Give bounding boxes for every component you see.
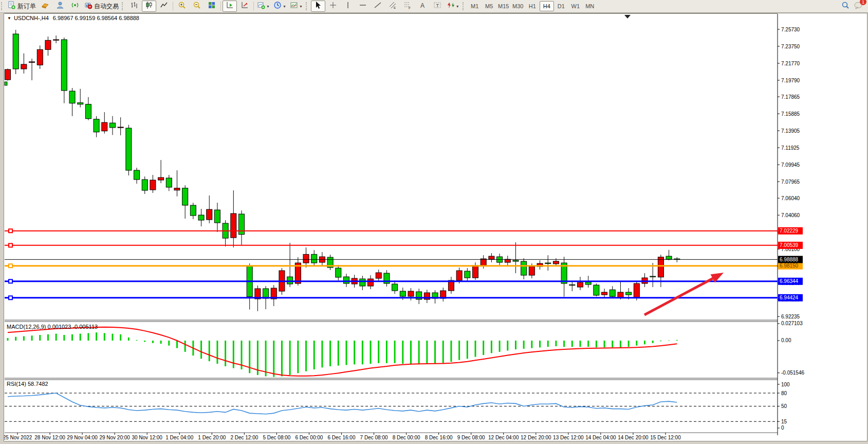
timeframe-h1-button[interactable]: H1: [525, 1, 540, 11]
timeframe-w1-button[interactable]: W1: [568, 1, 583, 11]
svg-text:8 Dec 16:00: 8 Dec 16:00: [425, 435, 453, 440]
svg-text:1 Dec 20:00: 1 Dec 20:00: [198, 435, 226, 440]
templates-button[interactable]: ▼: [288, 1, 304, 12]
timeframe-d1-button[interactable]: D1: [554, 1, 568, 11]
chat-button[interactable]: 1: [854, 1, 863, 11]
cursor-button[interactable]: [311, 1, 325, 12]
svg-text:7.11925: 7.11925: [781, 145, 800, 151]
chevron-down-icon: ▼: [299, 5, 303, 8]
collapse-arrow-icon[interactable]: ▼: [7, 16, 11, 21]
timeframe-m1-button[interactable]: M1: [468, 1, 482, 11]
svg-text:50: 50: [781, 403, 787, 409]
signals-button[interactable]: [68, 1, 82, 12]
svg-text:12 Dec 04:00: 12 Dec 04:00: [488, 435, 519, 440]
template-icon: [290, 1, 298, 11]
chart-shift-button[interactable]: [223, 1, 237, 12]
svg-text:7.19790: 7.19790: [781, 78, 800, 83]
new-chart-button[interactable]: ▼: [255, 1, 271, 12]
toolbar-drag-handle[interactable]: [1, 2, 5, 10]
svg-text:E: E: [394, 6, 396, 9]
timeframe-h4-button[interactable]: H4: [540, 1, 554, 11]
chevron-down-icon: ▼: [283, 5, 286, 8]
toolbar-drag-handle[interactable]: [122, 2, 125, 10]
line-chart-icon: [160, 1, 168, 11]
svg-text:7.02229: 7.02229: [780, 228, 799, 234]
svg-text:0.00: 0.00: [781, 338, 791, 343]
crosshair-button[interactable]: [326, 1, 340, 12]
zoom-in-icon: [178, 1, 186, 11]
text-label-button[interactable]: T: [430, 1, 445, 12]
svg-text:9 Dec 08:00: 9 Dec 08:00: [457, 435, 485, 440]
person-icon: [56, 1, 64, 11]
svg-text:F: F: [409, 6, 411, 10]
svg-text:6 Dec 00:00: 6 Dec 00:00: [295, 435, 323, 440]
svg-text:6.94424: 6.94424: [780, 295, 799, 300]
svg-text:7.07965: 7.07965: [781, 179, 800, 185]
timeframe-toolbar: M1M5M15M30H1H4D1W1MN: [468, 1, 597, 11]
signal-icon: [71, 1, 79, 11]
svg-text:25 Nov 2022: 25 Nov 2022: [4, 435, 32, 440]
community-button[interactable]: [53, 1, 67, 12]
toolbar-drag-handle[interactable]: [463, 2, 466, 10]
trendline-button[interactable]: [371, 1, 385, 12]
tile-windows-icon: [208, 1, 216, 11]
tile-windows-button[interactable]: [205, 1, 219, 12]
clock-icon: [273, 1, 282, 11]
timeframe-m15-button[interactable]: M15: [496, 1, 511, 11]
svg-text:6 Dec 16:00: 6 Dec 16:00: [328, 435, 356, 440]
auto-scroll-button[interactable]: [237, 1, 252, 12]
svg-text:7.23750: 7.23750: [781, 44, 800, 49]
fibonacci-icon: F: [403, 1, 412, 11]
channel-icon: E: [389, 1, 397, 11]
vertical-line-button[interactable]: [341, 1, 355, 12]
svg-text:1 Dec 04:00: 1 Dec 04:00: [165, 435, 193, 440]
auto-trading-icon: [84, 1, 93, 11]
svg-text:6.98150: 6.98150: [780, 263, 799, 269]
arrows-button[interactable]: ▼: [445, 1, 461, 12]
bar-chart-button[interactable]: [127, 1, 141, 12]
svg-text:A: A: [420, 2, 424, 9]
periods-button[interactable]: ▼: [272, 1, 288, 12]
zoom-out-button[interactable]: [190, 1, 204, 12]
horizontal-line-button[interactable]: [356, 1, 370, 12]
toolbar-drag-handle[interactable]: [306, 2, 309, 10]
text-button[interactable]: A: [415, 1, 430, 12]
svg-text:7.13905: 7.13905: [781, 128, 800, 134]
svg-text:30 Nov 12:00: 30 Nov 12:00: [132, 435, 162, 440]
svg-text:T: T: [436, 3, 439, 8]
arrow-objects-icon: [447, 1, 455, 11]
candlestick-chart-button[interactable]: [142, 1, 156, 12]
svg-text:0: 0: [781, 425, 784, 431]
timeframe-mn-button[interactable]: MN: [583, 1, 597, 11]
market-icon: [41, 1, 49, 11]
new-order-icon: [8, 1, 16, 11]
channel-button[interactable]: E: [385, 1, 400, 12]
chart-canvas[interactable]: 7.257307.237507.217707.197907.178657.158…: [4, 13, 867, 441]
svg-text:12 Dec 20:00: 12 Dec 20:00: [521, 435, 551, 440]
bar-chart-icon: [130, 1, 138, 11]
svg-text:7.25730: 7.25730: [781, 27, 800, 32]
line-chart-button[interactable]: [157, 1, 171, 12]
rsi-indicator-label: RSI(14) 58.7482: [7, 381, 48, 387]
svg-text:100: 100: [781, 382, 790, 387]
new-order-button[interactable]: 新订单: [6, 1, 38, 12]
svg-text:5 Dec 08:00: 5 Dec 08:00: [263, 435, 290, 440]
market-button[interactable]: [38, 1, 52, 12]
crosshair-icon: [329, 1, 337, 11]
fibonacci-button[interactable]: F: [400, 1, 415, 12]
timeframe-m30-button[interactable]: M30: [511, 1, 525, 11]
auto-trading-button[interactable]: 自动交易: [83, 1, 120, 12]
svg-text:7.21770: 7.21770: [781, 61, 800, 66]
svg-text:7.00539: 7.00539: [780, 242, 799, 248]
search-icon[interactable]: [841, 1, 849, 11]
svg-text:7.06040: 7.06040: [781, 196, 800, 201]
new-order-label: 新订单: [17, 2, 36, 11]
svg-text:6.98888: 6.98888: [780, 257, 799, 262]
macd-indicator-label: MACD(12,26,9) 0.001023 -0.005113: [7, 324, 98, 330]
svg-text:7.04060: 7.04060: [781, 212, 800, 218]
svg-text:7.17865: 7.17865: [781, 94, 800, 100]
svg-text:14 Dec 04:00: 14 Dec 04:00: [585, 435, 616, 440]
timeframe-m5-button[interactable]: M5: [482, 1, 496, 11]
zoom-in-button[interactable]: [175, 1, 189, 12]
svg-text:15: 15: [781, 419, 787, 424]
